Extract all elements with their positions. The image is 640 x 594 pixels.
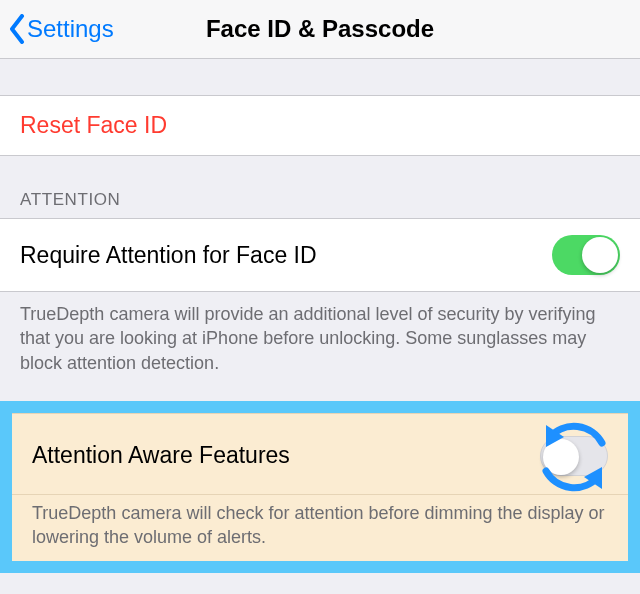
require-attention-toggle[interactable]	[552, 235, 620, 275]
section-header-attention: ATTENTION	[0, 156, 640, 218]
back-button[interactable]: Settings	[0, 14, 114, 44]
attention-aware-footer: TrueDepth camera will check for attentio…	[12, 495, 628, 562]
attention-aware-label: Attention Aware Features	[32, 442, 290, 469]
spacer	[0, 59, 640, 95]
reset-face-id-label: Reset Face ID	[20, 112, 167, 139]
attention-aware-toggle[interactable]	[540, 436, 608, 476]
reset-face-id-button[interactable]: Reset Face ID	[0, 95, 640, 156]
chevron-left-icon	[8, 14, 26, 44]
toggle-knob	[543, 439, 579, 475]
require-attention-row[interactable]: Require Attention for Face ID	[0, 218, 640, 292]
toggle-knob	[582, 237, 618, 273]
attention-aware-row[interactable]: Attention Aware Features	[12, 413, 628, 495]
require-attention-label: Require Attention for Face ID	[20, 242, 317, 269]
highlight-annotation: Attention Aware Features TrueDepth camer…	[0, 401, 640, 574]
require-attention-footer: TrueDepth camera will provide an additio…	[0, 292, 640, 383]
navigation-bar: Settings Face ID & Passcode	[0, 0, 640, 59]
back-label: Settings	[27, 15, 114, 43]
